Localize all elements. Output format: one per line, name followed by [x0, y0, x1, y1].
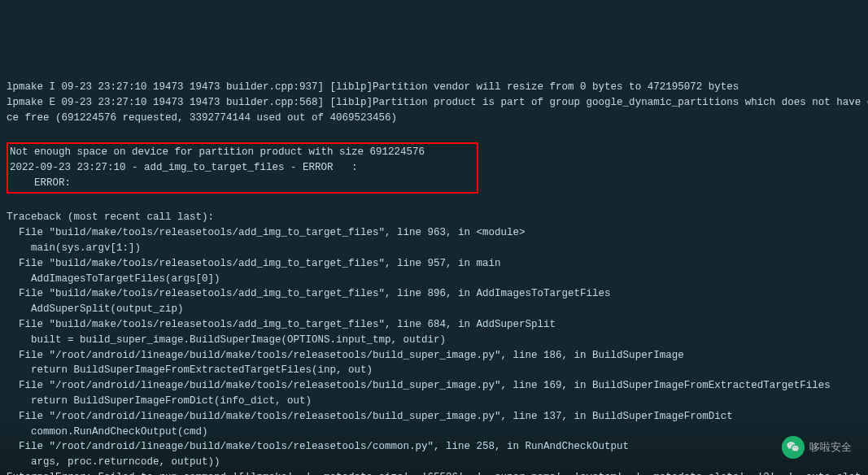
log-line: File "build/make/tools/releasetools/add_…	[7, 286, 861, 302]
log-line: return BuildSuperImageFromDict(info_dict…	[7, 394, 861, 409]
log-line: 2022-09-23 23:27:10 - add_img_to_target_…	[10, 160, 475, 176]
log-line: AddSuperSplit(output_zip)	[7, 302, 861, 317]
log-line: common.RunAndCheckOutput(cmd)	[7, 425, 861, 440]
highlighted-error-box: Not enough space on device for partition…	[7, 142, 478, 193]
log-line: ce free (691224576 requested, 3392774144…	[7, 111, 861, 126]
terminal-output: lpmake I 09-23 23:27:10 19473 19473 buil…	[7, 64, 861, 475]
log-line: AddImagesToTargetFiles(args[0])	[7, 272, 861, 287]
log-line: Not enough space on device for partition…	[10, 145, 475, 160]
log-line: ERROR:	[10, 176, 475, 191]
log-line: File "/root/android/lineage/build/make/t…	[7, 439, 861, 455]
log-line: return BuildSuperImageFromExtractedTarge…	[7, 363, 861, 378]
log-line: Traceback (most recent call last):	[7, 210, 861, 225]
log-line: File "/root/android/lineage/build/make/t…	[7, 348, 861, 364]
log-line: lpmake I 09-23 23:27:10 19473 19473 buil…	[7, 80, 861, 95]
log-line: ExternalError: Failed to run command '['…	[7, 470, 861, 475]
log-line: args, proc.returncode, output))	[7, 455, 861, 470]
log-line: built = build_super_image.BuildSuperImag…	[7, 333, 861, 348]
log-line: lpmake E 09-23 23:27:10 19473 19473 buil…	[7, 95, 861, 111]
log-line: File "build/make/tools/releasetools/add_…	[7, 225, 861, 241]
log-line: File "/root/android/lineage/build/make/t…	[7, 409, 861, 425]
log-line: File "build/make/tools/releasetools/add_…	[7, 317, 861, 333]
log-line: main(sys.argv[1:])	[7, 241, 861, 256]
log-line: File "build/make/tools/releasetools/add_…	[7, 256, 861, 272]
log-line: File "/root/android/lineage/build/make/t…	[7, 378, 861, 394]
